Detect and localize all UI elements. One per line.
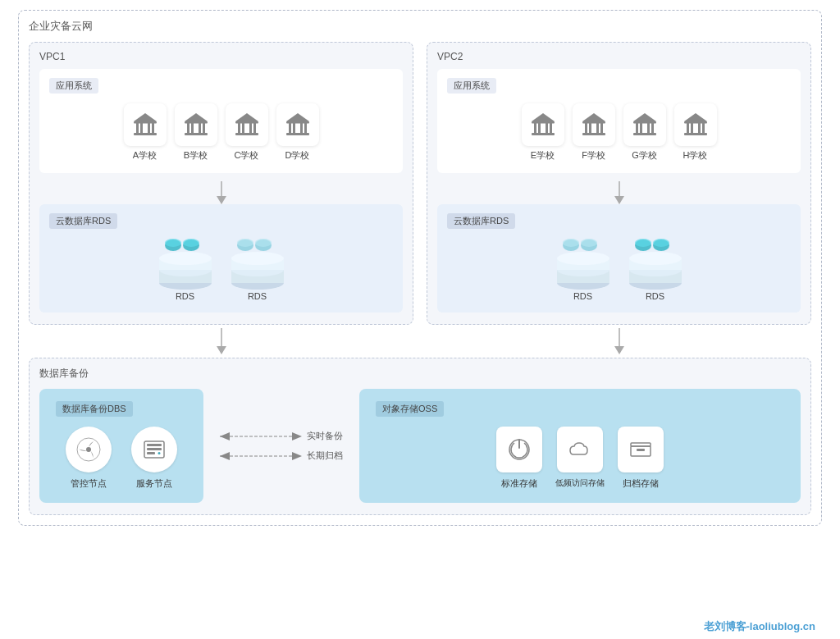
svg-rect-74 <box>684 121 707 124</box>
svg-rect-70 <box>687 123 689 133</box>
svg-point-79 <box>563 239 579 247</box>
standard-storage: 标准存储 <box>496 427 542 490</box>
infrequent-storage-label: 低频访问存储 <box>555 477 605 489</box>
school-f-label: F学校 <box>582 149 605 162</box>
school-c-icon-wrap <box>226 103 268 146</box>
school-a-label: A学校 <box>133 149 157 162</box>
vpc2-rds-box: 云数据库RDS <box>437 204 801 313</box>
svg-marker-61 <box>582 113 605 121</box>
archive-icon <box>628 436 654 463</box>
svg-rect-2 <box>140 123 143 133</box>
school-b-icon-wrap <box>175 103 217 146</box>
vpc1-rds2-label: RDS <box>248 291 267 301</box>
dbs-box-label: 数据库备份DBS <box>56 401 133 417</box>
svg-rect-21 <box>286 133 309 135</box>
svg-rect-16 <box>242 123 244 133</box>
svg-rect-19 <box>235 121 258 124</box>
sync-arrows: 实时备份 长期归档 <box>203 430 359 463</box>
svg-marker-29 <box>217 196 226 204</box>
school-g-label: G学校 <box>632 149 657 162</box>
svg-marker-68 <box>633 113 656 121</box>
vpc1-rds-box: 云数据库RDS <box>39 204 403 313</box>
school-g-icon-wrap <box>623 103 666 146</box>
vpc2-rds-2: RDS <box>626 237 685 301</box>
bank-icon-b <box>183 112 209 138</box>
rds2-disks <box>228 250 287 290</box>
service-node-label: 服务节点 <box>136 477 172 490</box>
school-c: C学校 <box>226 103 268 162</box>
svg-point-42 <box>255 239 272 247</box>
school-d-label: D学校 <box>285 149 310 162</box>
svg-rect-18 <box>253 123 256 133</box>
svg-point-95 <box>629 252 682 265</box>
vpc1-box: VPC1 应用系统 <box>29 42 413 325</box>
school-g: G学校 <box>623 103 666 162</box>
svg-rect-3 <box>148 123 150 133</box>
svg-rect-17 <box>249 123 252 133</box>
svg-rect-58 <box>596 123 599 133</box>
power-icon <box>506 436 532 463</box>
control-node-label: 管控节点 <box>71 477 107 490</box>
vpc-to-backup-arrows <box>29 328 811 354</box>
vpc2-rds-1: RDS <box>554 237 613 301</box>
svg-marker-54 <box>532 113 555 121</box>
vpc2-rds1-label: RDS <box>573 291 592 301</box>
school-e-label: E学校 <box>531 149 555 162</box>
svg-rect-48 <box>532 133 555 135</box>
bank-icon-g <box>632 112 658 138</box>
school-b-label: B学校 <box>184 149 208 162</box>
svg-rect-14 <box>235 133 258 135</box>
vpc2-app-label: 应用系统 <box>447 78 496 94</box>
svg-rect-59 <box>600 123 603 133</box>
svg-marker-108 <box>292 432 302 440</box>
school-a: A学校 <box>124 103 167 162</box>
svg-rect-67 <box>633 121 656 124</box>
sync-realtime: 实时备份 <box>220 430 343 443</box>
vpc1-rds-icons: RDS <box>49 237 393 301</box>
svg-rect-26 <box>286 121 309 124</box>
svg-marker-99 <box>614 346 624 354</box>
db-backup-section: 数据库备份 数据库备份DBS <box>29 358 811 515</box>
vpc2-rds-label: 云数据库RDS <box>447 213 515 229</box>
svg-rect-22 <box>289 123 291 133</box>
archive-storage-icon <box>618 427 664 472</box>
svg-marker-109 <box>220 432 230 440</box>
archive-storage: 归档存储 <box>618 427 664 490</box>
school-d: D学校 <box>276 103 319 162</box>
service-node-icon <box>131 427 177 472</box>
vpc1-rds-label: 云数据库RDS <box>49 213 117 229</box>
oss-box: 对象存储OSS 标准存储 <box>359 389 801 503</box>
svg-point-106 <box>158 452 161 454</box>
svg-rect-1 <box>136 123 139 133</box>
vpc1-rds-2: RDS <box>228 237 287 301</box>
svg-point-90 <box>653 239 669 247</box>
svg-rect-55 <box>582 133 605 135</box>
svg-rect-8 <box>187 123 189 133</box>
svg-rect-104 <box>147 448 162 450</box>
svg-rect-60 <box>582 121 605 124</box>
vpc2-rds2-label: RDS <box>646 291 664 301</box>
school-a-icon-wrap <box>124 103 167 146</box>
dbs-nodes: 管控节点 <box>56 427 187 490</box>
svg-marker-111 <box>292 452 302 460</box>
svg-point-31 <box>165 239 181 247</box>
vpc2-to-backup-arrow <box>427 328 811 354</box>
vpc2-app-system: 应用系统 <box>437 69 801 173</box>
svg-rect-64 <box>640 123 642 133</box>
school-f: F学校 <box>573 103 615 162</box>
svg-rect-49 <box>534 123 536 133</box>
svg-rect-72 <box>698 123 701 133</box>
server-icon <box>141 436 167 463</box>
vpc2-schools: E学校 <box>447 100 791 165</box>
svg-point-40 <box>237 239 253 247</box>
svg-rect-11 <box>203 123 205 133</box>
vpc1-label: VPC1 <box>39 51 403 62</box>
vpc2-box: VPC2 应用系统 <box>427 42 811 325</box>
bank-icon-f <box>581 112 607 138</box>
vpc2-app-to-rds-arrow <box>437 181 801 204</box>
bank-icon-d <box>285 112 311 138</box>
svg-marker-27 <box>286 113 309 121</box>
db-backup-inner: 数据库备份DBS <box>39 389 801 503</box>
cloud-icon <box>567 436 593 463</box>
control-node-icon <box>66 427 112 472</box>
